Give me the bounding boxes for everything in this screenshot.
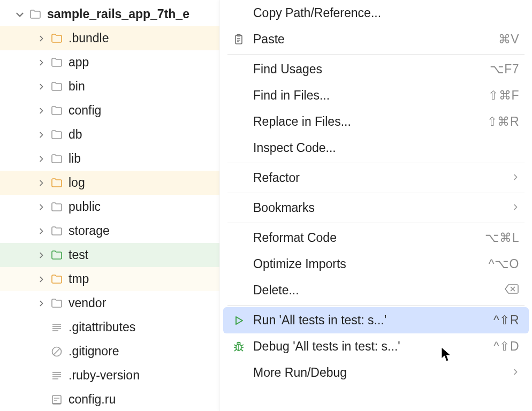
ignore-file-icon (50, 345, 63, 358)
folder-icon (50, 177, 63, 189)
tree-item[interactable]: lib (0, 147, 219, 171)
tree-item-label: storage (69, 224, 110, 238)
menu-shortcut: ^⌥O (489, 257, 519, 271)
tree-item-label: config (69, 103, 101, 118)
folder-icon (50, 80, 63, 93)
tree-root-label: sample_rails_app_7th_e (47, 7, 189, 21)
text-file-icon (50, 369, 63, 382)
tree-item[interactable]: bin (0, 74, 219, 98)
project-tree: sample_rails_app_7th_e .bundleappbinconf… (0, 0, 219, 411)
tree-item-label: config.ru (69, 392, 116, 407)
chevron-right-icon[interactable] (35, 249, 47, 261)
menu-item-label: More Run/Debug (253, 366, 512, 380)
svg-line-23 (234, 345, 236, 346)
menu-item[interactable]: Find Usages⌥F7 (223, 56, 529, 82)
tree-item-label: db (69, 127, 82, 142)
menu-item[interactable]: Bookmarks (223, 195, 529, 221)
tree-item[interactable]: tmp (0, 267, 219, 291)
chevron-right-icon[interactable] (35, 33, 47, 44)
folder-icon (29, 8, 42, 21)
menu-shortcut: ^⇧D (493, 339, 519, 354)
chevron-right-icon (512, 171, 519, 185)
menu-separator (227, 54, 525, 55)
folder-icon (50, 225, 63, 238)
menu-shortcut: ⌥⌘L (485, 231, 519, 245)
chevron-right-icon[interactable] (35, 273, 47, 285)
menu-shortcut: ⇧⌘R (487, 115, 519, 129)
folder-icon (50, 153, 63, 165)
debug-icon (231, 339, 247, 355)
menu-item-label: Find Usages (253, 62, 490, 77)
menu-item[interactable]: Optimize Imports^⌥O (223, 251, 529, 277)
tree-item-label: public (69, 200, 101, 214)
tree-item-label: .bundle (69, 31, 109, 45)
tree-item[interactable]: vendor (0, 291, 219, 315)
tree-item-label: .gitattributes (69, 320, 135, 334)
svg-line-5 (54, 348, 60, 355)
menu-item[interactable]: Delete... (223, 277, 529, 303)
chevron-right-icon[interactable] (35, 105, 47, 117)
folder-icon (50, 273, 63, 286)
svg-rect-10 (52, 395, 61, 404)
tree-item[interactable]: config.ru (0, 387, 219, 411)
tree-item[interactable]: .bundle (0, 26, 219, 50)
menu-item[interactable]: Copy Path/Reference... (223, 0, 529, 26)
menu-separator (227, 193, 525, 193)
menu-separator (227, 163, 525, 163)
chevron-right-icon[interactable] (35, 57, 47, 68)
tree-item[interactable]: storage (0, 219, 219, 243)
menu-item[interactable]: Run 'All tests in test: s...'^⇧R (223, 307, 529, 333)
tree-item[interactable]: db (0, 123, 219, 147)
menu-item[interactable]: Inspect Code... (223, 135, 529, 161)
delete-key-icon (504, 283, 519, 298)
chevron-right-icon[interactable] (35, 129, 47, 141)
menu-shortcut: ⇧⌘F (488, 88, 519, 103)
tree-item-label: .ruby-version (69, 368, 140, 383)
tree-item[interactable]: public (0, 195, 219, 219)
chevron-right-icon[interactable] (35, 298, 47, 309)
chevron-right-icon[interactable] (35, 225, 47, 237)
tree-item-label: .gitignore (69, 344, 119, 359)
text-file-icon (50, 393, 63, 406)
menu-item-label: Optimize Imports (253, 257, 489, 271)
tree-item[interactable]: config (0, 98, 219, 123)
menu-item-label: Reformat Code (253, 231, 485, 245)
tree-item-label: vendor (69, 296, 106, 310)
svg-line-27 (234, 349, 237, 351)
tree-item-label: bin (69, 79, 85, 94)
folder-icon (50, 32, 63, 45)
menu-item[interactable]: Replace in Files...⇧⌘R (223, 109, 529, 135)
menu-separator (227, 305, 525, 306)
menu-separator (227, 223, 525, 223)
chevron-right-icon[interactable] (35, 81, 47, 93)
tree-item-label: app (69, 55, 89, 70)
menu-shortcut: ^⇧R (493, 313, 519, 328)
menu-item[interactable]: Debug 'All tests in test: s...'^⇧D (223, 333, 529, 360)
tree-item[interactable]: test (0, 243, 219, 267)
menu-item[interactable]: Refactor (223, 165, 529, 191)
menu-item-label: Delete... (253, 283, 504, 298)
menu-item-label: Replace in Files... (253, 115, 487, 129)
chevron-right-icon[interactable] (35, 177, 47, 189)
tree-item[interactable]: log (0, 171, 219, 195)
svg-rect-13 (52, 403, 61, 404)
folder-icon (50, 297, 63, 310)
menu-item[interactable]: Find in Files...⇧⌘F (223, 82, 529, 109)
menu-item[interactable]: More Run/Debug (223, 360, 529, 386)
chevron-right-icon[interactable] (35, 201, 47, 213)
folder-icon (50, 104, 63, 117)
tree-item[interactable]: .ruby-version (0, 363, 219, 387)
chevron-right-icon[interactable] (35, 153, 47, 165)
menu-item[interactable]: Reformat Code⌥⌘L (223, 225, 529, 251)
menu-item[interactable]: Paste⌘V (223, 26, 529, 52)
tree-root[interactable]: sample_rails_app_7th_e (0, 2, 219, 26)
svg-line-24 (241, 345, 244, 346)
folder-icon (50, 56, 63, 69)
tree-item[interactable]: app (0, 50, 219, 74)
menu-item-label: Find in Files... (253, 88, 488, 103)
folder-icon (50, 201, 63, 214)
run-icon (231, 313, 247, 329)
chevron-down-icon[interactable] (14, 9, 26, 20)
tree-item[interactable]: .gitattributes (0, 315, 219, 339)
tree-item[interactable]: .gitignore (0, 339, 219, 363)
